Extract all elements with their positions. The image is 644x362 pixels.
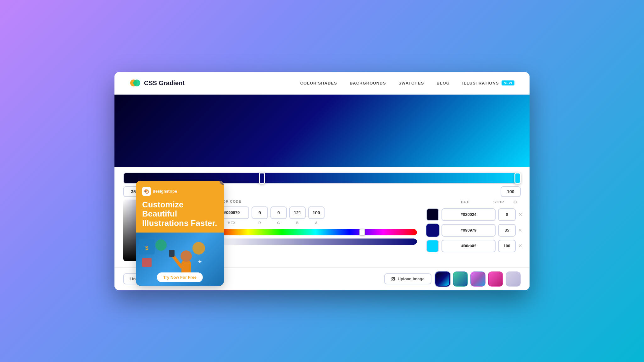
nav-backgrounds[interactable]: BACKGROUNDS	[350, 81, 386, 85]
gradient-handle-left[interactable]	[259, 173, 266, 184]
preset-swatch-5[interactable]	[506, 272, 521, 287]
color-stops-panel: HEX STOP ⚙ ✕	[426, 200, 521, 261]
stop-row-2: ✕	[426, 224, 521, 237]
svg-rect-10	[169, 250, 175, 257]
ad-headline: Customize Beautiful Illustrations Faster…	[142, 200, 218, 228]
a-input[interactable]: 100	[308, 206, 325, 219]
logo[interactable]: CSS Gradient	[130, 77, 185, 89]
r-input[interactable]: 9	[252, 206, 268, 219]
preset-swatch-1[interactable]	[435, 272, 450, 287]
navbar: CSS Gradient COLOR SHADES BACKGROUNDS SW…	[114, 72, 530, 95]
stop-pos-3[interactable]	[498, 240, 516, 252]
svg-text:✦: ✦	[197, 258, 203, 265]
hero-area	[114, 95, 530, 167]
stops-header-stop: STOP	[490, 200, 508, 204]
stop-row-1: ✕	[426, 208, 521, 221]
alpha-gradient	[214, 239, 417, 245]
hue-slider[interactable]	[214, 229, 417, 235]
stop-swatch-3[interactable]	[426, 240, 439, 252]
nav-swatches[interactable]: SWATCHES	[398, 81, 424, 85]
ad-cta-button[interactable]: Try Now For Free	[157, 272, 203, 282]
ad-brand-icon: 🎨	[142, 187, 151, 196]
upload-image-button[interactable]: 🖼 Upload Image	[384, 273, 431, 284]
ad-overlay: ✕ 🎨 designstripe Customize Beautiful Ill…	[136, 181, 224, 286]
preset-swatch-2[interactable]	[453, 272, 468, 287]
svg-text:$: $	[145, 245, 148, 251]
svg-point-4	[155, 239, 167, 251]
label-g: G	[270, 221, 287, 225]
nav-links: COLOR SHADES BACKGROUNDS SWATCHES BLOG I…	[300, 80, 514, 85]
color-code-panel: COLOR CODE #090979 9 9 121 100 HEX R G B…	[211, 200, 420, 261]
svg-point-8	[180, 250, 192, 262]
label-a: A	[308, 221, 325, 225]
stop-pos-2[interactable]	[498, 224, 516, 237]
label-b: B	[289, 221, 306, 225]
stop-hex-3[interactable]	[441, 240, 496, 252]
preset-swatch-4[interactable]	[488, 272, 503, 287]
stop-delete-2[interactable]: ✕	[518, 226, 522, 235]
stop-delete-1[interactable]: ✕	[518, 210, 522, 219]
stop-row-3: ✕	[426, 240, 521, 252]
hue-thumb	[359, 229, 365, 236]
svg-rect-5	[192, 242, 205, 255]
svg-rect-3	[142, 258, 152, 267]
stop-hex-1[interactable]	[441, 208, 496, 221]
preset-swatch-3[interactable]	[470, 272, 486, 287]
label-r: R	[252, 221, 268, 225]
nav-illustrations[interactable]: ILLUSTRATIONS NEW	[462, 80, 514, 85]
stops-header-hex: HEX	[443, 200, 487, 204]
color-inputs-row: #090979 9 9 121 100	[214, 206, 417, 219]
nav-blog[interactable]: BLOG	[436, 81, 450, 85]
settings-icon[interactable]: ⚙	[511, 200, 519, 205]
new-badge: NEW	[502, 80, 514, 85]
g-input[interactable]: 9	[270, 206, 287, 219]
logo-text: CSS Gradient	[144, 80, 185, 87]
upload-label: Upload Image	[398, 277, 425, 281]
color-labels-row: HEX R G B A	[214, 221, 417, 225]
stop-swatch-1[interactable]	[426, 208, 439, 221]
stop-swatch-2[interactable]	[426, 224, 439, 237]
upload-icon: 🖼	[391, 277, 395, 281]
color-code-label: COLOR CODE	[214, 200, 417, 203]
alpha-slider[interactable]	[214, 239, 417, 245]
svg-point-1	[133, 80, 140, 86]
ad-image: $ $ ✦ Try Now For Free	[136, 233, 224, 286]
ad-brand-name: designstripe	[153, 189, 177, 194]
stops-header: HEX STOP ⚙	[426, 200, 521, 205]
preset-swatches	[435, 272, 521, 287]
gradient-handle-right[interactable]	[514, 173, 522, 184]
stop-pos-1[interactable]	[498, 208, 516, 221]
stop-hex-2[interactable]	[441, 224, 496, 237]
position-input-right[interactable]: 100	[501, 186, 521, 197]
logo-icon	[130, 77, 141, 89]
nav-color-shades[interactable]: COLOR SHADES	[300, 81, 337, 85]
b-input[interactable]: 121	[289, 206, 306, 219]
stop-delete-3[interactable]: ✕	[518, 242, 522, 250]
